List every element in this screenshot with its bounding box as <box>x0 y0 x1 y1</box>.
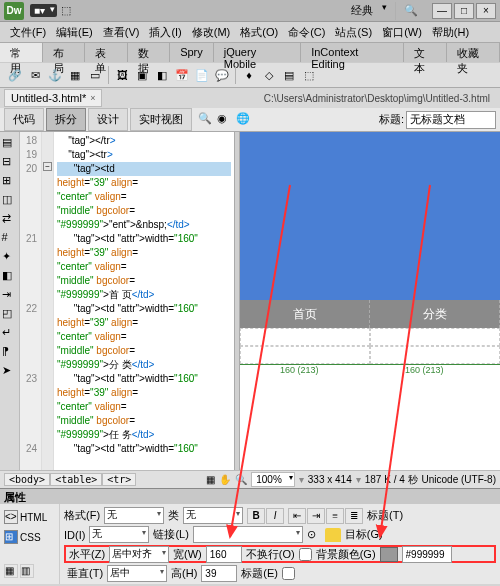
browse-folder-icon[interactable] <box>325 528 341 542</box>
hyperlink-icon[interactable]: 🔗 <box>6 66 24 84</box>
bgcolor-input[interactable] <box>402 546 452 563</box>
close-button[interactable]: × <box>476 3 496 19</box>
wrap-icon[interactable]: ↵ <box>2 326 18 342</box>
collapse-icon[interactable]: ⊟ <box>2 155 18 171</box>
menu-commands[interactable]: 命令(C) <box>284 23 329 42</box>
menu-edit[interactable]: 编辑(E) <box>52 23 97 42</box>
tab-jquery[interactable]: jQuery Mobile <box>214 43 301 62</box>
comment-icon[interactable]: 💬 <box>213 66 231 84</box>
livecode-icon[interactable]: ◉ <box>217 112 233 128</box>
div-icon[interactable]: ▭ <box>86 66 104 84</box>
crumb-table[interactable]: <table> <box>50 473 102 486</box>
tab-forms[interactable]: 表单 <box>85 43 128 62</box>
extension-icon[interactable]: ⬚ <box>61 4 75 18</box>
zoom-tool-icon[interactable]: 🔍 <box>235 474 247 485</box>
menu-format[interactable]: 格式(O) <box>236 23 282 42</box>
date-icon[interactable]: 📅 <box>173 66 191 84</box>
ul-icon[interactable]: ≡ <box>326 508 344 524</box>
balance-icon[interactable]: ⇄ <box>2 212 18 228</box>
horz-select[interactable]: 居中对齐 <box>109 546 169 563</box>
line-numbers-icon[interactable]: # <box>2 231 18 247</box>
anchor-icon[interactable]: ⚓ <box>46 66 64 84</box>
document-tab[interactable]: Untitled-3.html* × <box>4 89 102 107</box>
menu-help[interactable]: 帮助(H) <box>428 23 473 42</box>
head-icon[interactable]: ♦ <box>240 66 258 84</box>
crumb-tr[interactable]: <tr> <box>102 473 136 486</box>
search-icon[interactable]: 🔍 <box>404 4 418 17</box>
menu-view[interactable]: 查看(V) <box>99 23 144 42</box>
tab-data[interactable]: 数据 <box>128 43 171 62</box>
media-icon[interactable]: ▣ <box>133 66 151 84</box>
widget-icon[interactable]: ◧ <box>153 66 171 84</box>
menu-file[interactable]: 文件(F) <box>6 23 50 42</box>
zoom-value[interactable]: 100% <box>251 472 295 487</box>
tab-text[interactable]: 文本 <box>404 43 447 62</box>
bold-button[interactable]: B <box>247 508 265 524</box>
class-select[interactable]: 无 <box>183 507 243 524</box>
bgcolor-swatch[interactable] <box>380 547 398 562</box>
format-select[interactable]: 无 <box>104 507 164 524</box>
id-select[interactable]: 无 <box>89 526 149 543</box>
point-to-file-icon[interactable]: ⊙ <box>307 528 321 542</box>
menu-modify[interactable]: 修改(M) <box>188 23 235 42</box>
table-icon[interactable]: ▦ <box>66 66 84 84</box>
tag-icon[interactable]: ⬚ <box>300 66 318 84</box>
snippet-icon[interactable]: ◰ <box>2 307 18 323</box>
design-view[interactable]: 首页 分类 160 (213) 160 (213) <box>240 132 500 470</box>
menu-insert[interactable]: 插入(I) <box>145 23 185 42</box>
expand-icon[interactable]: ⊞ <box>2 174 18 190</box>
inspect-icon[interactable]: 🔍 <box>198 112 214 128</box>
format-icon[interactable]: ⁋ <box>2 345 18 361</box>
view-code-button[interactable]: 代码 <box>4 108 44 131</box>
menu-site[interactable]: 站点(S) <box>331 23 376 42</box>
width-input[interactable] <box>206 546 242 563</box>
layout-dropdown[interactable]: ■▾ <box>30 4 57 17</box>
header-checkbox[interactable] <box>282 567 295 580</box>
menu-window[interactable]: 窗口(W) <box>378 23 426 42</box>
maximize-button[interactable]: □ <box>454 3 474 19</box>
ssi-icon[interactable]: 📄 <box>193 66 211 84</box>
height-input[interactable] <box>201 565 237 582</box>
image-icon[interactable]: 🖼 <box>113 66 131 84</box>
outdent-icon[interactable]: ⇤ <box>288 508 306 524</box>
design-cell-home[interactable]: 首页 <box>240 300 370 328</box>
vert-select[interactable]: 居中 <box>107 565 167 582</box>
hand-tool-icon[interactable]: ✋ <box>219 474 231 485</box>
highlight-icon[interactable]: ✦ <box>2 250 18 266</box>
tab-ice[interactable]: InContext Editing <box>301 43 404 62</box>
fold-marker[interactable]: − <box>43 162 52 171</box>
tab-layout[interactable]: 布局 <box>43 43 86 62</box>
select-tool-icon[interactable]: ▦ <box>206 474 215 485</box>
page-title-input[interactable] <box>406 111 496 129</box>
minimize-button[interactable]: — <box>432 3 452 19</box>
browser-icon[interactable]: 🌐 <box>236 112 252 128</box>
nowrap-checkbox[interactable] <box>299 548 312 561</box>
doc-close-icon[interactable]: × <box>90 93 95 103</box>
email-icon[interactable]: ✉ <box>26 66 44 84</box>
mode-css[interactable]: ⊞ CSS <box>2 528 57 546</box>
tab-spry[interactable]: Spry <box>170 43 214 62</box>
design-cell-category[interactable]: 分类 <box>370 300 500 328</box>
tab-common[interactable]: 常用 <box>0 43 43 62</box>
open-docs-icon[interactable]: ▤ <box>2 136 18 152</box>
link-select[interactable] <box>193 526 303 543</box>
mode-html[interactable]: <> HTML <box>2 508 57 526</box>
templates-icon[interactable]: ▤ <box>280 66 298 84</box>
select-parent-icon[interactable]: ◫ <box>2 193 18 209</box>
view-split-button[interactable]: 拆分 <box>46 108 86 131</box>
syntax-icon[interactable]: ◧ <box>2 269 18 285</box>
code-editor[interactable]: "tag"></tr> "tag"><tr> "tag"><td "attr">… <box>54 132 234 470</box>
crumb-body[interactable]: <body> <box>4 473 50 486</box>
view-design-button[interactable]: 设计 <box>88 108 128 131</box>
indent-icon[interactable]: ⇥ <box>307 508 325 524</box>
workspace-switcher[interactable]: 经典 <box>347 2 387 19</box>
properties-header[interactable]: 属性 <box>0 488 500 504</box>
tab-favorites[interactable]: 收藏夹 <box>447 43 500 62</box>
ol-icon[interactable]: ≣ <box>345 508 363 524</box>
link-label: 链接(L) <box>153 527 188 542</box>
view-live-button[interactable]: 实时视图 <box>130 108 192 131</box>
script-icon[interactable]: ◇ <box>260 66 278 84</box>
indent-icon[interactable]: ➤ <box>2 364 18 380</box>
autoindent-icon[interactable]: ⇥ <box>2 288 18 304</box>
italic-button[interactable]: I <box>266 508 284 524</box>
